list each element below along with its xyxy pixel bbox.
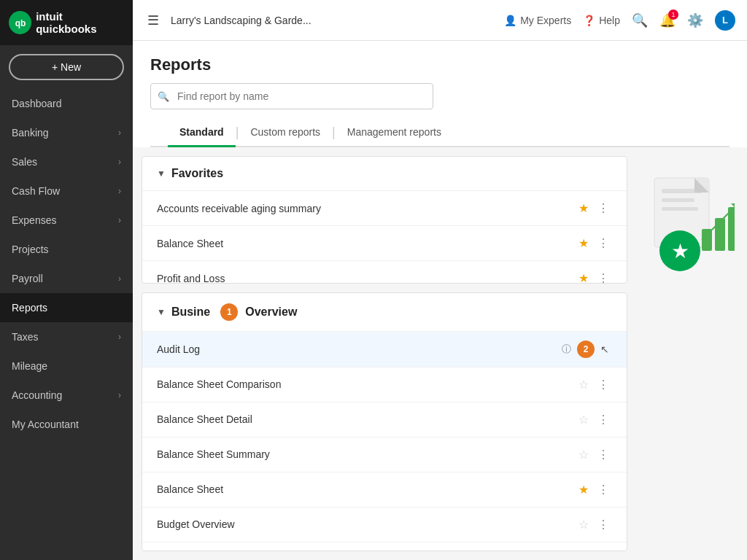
more-options-icon[interactable]: ⋮ (595, 235, 612, 252)
table-row[interactable]: Balance Sheet ★ ⋮ (142, 225, 627, 260)
sidebar-item-accounting[interactable]: Accounting › (0, 381, 133, 410)
person-icon: 👤 (504, 15, 516, 26)
table-row[interactable]: Budget vs. Actuals ☆ ⋮ (142, 542, 627, 551)
report-name: Balance Sheet (157, 483, 578, 495)
logo-text: intuit quickbooks (36, 10, 124, 35)
star-empty-icon[interactable]: ☆ (578, 378, 589, 392)
help-button[interactable]: ❓ Help (583, 15, 620, 26)
star-empty-icon[interactable]: ☆ (578, 518, 589, 532)
reports-illustration: ★ (640, 171, 735, 280)
search-icon[interactable]: 🔍 (632, 12, 648, 28)
sidebar-item-banking[interactable]: Banking › (0, 118, 133, 147)
notifications-icon[interactable]: 🔔 1 (659, 12, 676, 28)
sidebar-item-projects[interactable]: Projects (0, 235, 133, 264)
more-options-icon[interactable]: ⋮ (595, 200, 612, 217)
report-name: Balance Sheet Comparison (157, 378, 578, 390)
table-row[interactable]: Budget Overview ☆ ⋮ (142, 507, 627, 542)
star-empty-icon[interactable]: ☆ (578, 413, 589, 427)
table-row[interactable]: Balance Sheet ★ ⋮ (142, 472, 627, 507)
svg-rect-11 (715, 218, 725, 251)
star-empty-icon[interactable]: ☆ (578, 448, 589, 462)
star-filled-icon[interactable]: ★ (578, 483, 589, 497)
more-options-icon[interactable]: ⋮ (595, 446, 612, 463)
star-filled-icon[interactable]: ★ (578, 201, 589, 215)
avatar[interactable]: L (715, 10, 735, 31)
sidebar-item-label: Projects (12, 244, 49, 255)
report-name: Balance Sheet Summary (157, 448, 578, 460)
report-name: Audit Log (157, 343, 557, 355)
sidebar-item-my-accountant[interactable]: My Accountant (0, 410, 133, 439)
sidebar-item-label: Expenses (12, 214, 56, 226)
chevron-right-icon: › (118, 128, 121, 138)
table-row[interactable]: Profit and Loss ★ ⋮ (142, 260, 627, 284)
sidebar-item-sales[interactable]: Sales › (0, 147, 133, 176)
business-overview-title-2: Overview (245, 306, 297, 319)
favorites-header[interactable]: ▼ Favorites (142, 157, 627, 190)
more-options-icon[interactable]: ⋮ (595, 376, 612, 393)
settings-icon[interactable]: ⚙️ (687, 12, 703, 28)
page-header: Reports Standard | Custom reports | Mana… (133, 41, 747, 147)
sidebar-item-expenses[interactable]: Expenses › (0, 206, 133, 235)
cursor-icon: ↖ (600, 343, 609, 355)
business-overview-title: Busine (171, 306, 210, 319)
more-options-icon[interactable]: ⋮ (595, 411, 612, 428)
chevron-right-icon: › (118, 215, 121, 225)
logo-icon: qb (9, 11, 31, 34)
svg-text:★: ★ (671, 240, 689, 262)
reports-column: ▼ Favorites Accounts receivable aging su… (142, 156, 627, 551)
tabs: Standard | Custom reports | Management r… (150, 118, 729, 147)
topbar-actions: 👤 My Experts ❓ Help 🔍 🔔 1 ⚙️ L (504, 10, 735, 31)
sidebar-item-label: Payroll (12, 273, 43, 284)
svg-text:qb: qb (15, 18, 26, 28)
star-filled-icon[interactable]: ★ (578, 271, 589, 284)
sidebar-item-cashflow[interactable]: Cash Flow › (0, 176, 133, 206)
info-icon: ⓘ (562, 343, 571, 356)
notification-badge: 1 (668, 9, 678, 20)
sidebar-item-mileage[interactable]: Mileage (0, 351, 133, 381)
report-name: Balance Sheet Detail (157, 413, 578, 425)
business-overview-header[interactable]: ▼ Busine 1 Overview (142, 293, 627, 331)
quickbooks-logo: qb intuit quickbooks (9, 10, 124, 35)
sidebar-header: qb intuit quickbooks (0, 0, 133, 45)
sidebar-item-dashboard[interactable]: Dashboard (0, 89, 133, 118)
table-row[interactable]: Accounts receivable aging summary ★ ⋮ (142, 190, 627, 225)
table-row[interactable]: Audit Log ⓘ 2 ↖ (142, 331, 627, 367)
sidebar-item-reports[interactable]: Reports (0, 293, 133, 322)
table-row[interactable]: Balance Sheet Detail ☆ ⋮ (142, 402, 627, 437)
favorites-section: ▼ Favorites Accounts receivable aging su… (142, 156, 627, 284)
report-name: Budget Overview (157, 518, 578, 530)
star-filled-icon[interactable]: ★ (578, 236, 589, 250)
sidebar-item-label: Dashboard (12, 98, 62, 109)
sidebar-item-label: Sales (12, 156, 37, 168)
illustration: ★ (636, 156, 738, 551)
sidebar-item-label: Accounting (12, 389, 62, 401)
more-options-icon[interactable]: ⋮ (595, 516, 612, 533)
more-options-icon[interactable]: ⋮ (595, 481, 612, 498)
new-button[interactable]: + New (9, 54, 124, 80)
step-1-bubble: 1 (220, 303, 238, 321)
search-wrapper (150, 83, 433, 109)
company-name: Larry's Landscaping & Garde... (171, 15, 495, 26)
chevron-right-icon: › (118, 157, 121, 167)
sidebar-item-payroll[interactable]: Payroll › (0, 264, 133, 293)
main-content: ☰ Larry's Landscaping & Garde... 👤 My Ex… (133, 0, 747, 560)
table-row[interactable]: Balance Sheet Summary ☆ ⋮ (142, 437, 627, 472)
sidebar-item-label: Banking (12, 127, 49, 139)
tab-custom-reports[interactable]: Custom reports (239, 119, 332, 147)
search-input[interactable] (150, 83, 433, 109)
table-row[interactable]: Balance Sheet Comparison ☆ ⋮ (142, 367, 627, 402)
business-overview-section: ▼ Busine 1 Overview Audit Log ⓘ 2 ↖ Bala… (142, 292, 627, 551)
tab-management-reports[interactable]: Management reports (336, 119, 453, 147)
sidebar-item-label: My Accountant (12, 419, 79, 430)
topbar: ☰ Larry's Landscaping & Garde... 👤 My Ex… (133, 0, 747, 41)
tab-standard[interactable]: Standard (168, 119, 236, 147)
help-label: Help (599, 15, 620, 26)
chevron-right-icon: › (118, 186, 121, 196)
my-experts-button[interactable]: 👤 My Experts (504, 15, 571, 26)
menu-icon[interactable]: ☰ (144, 9, 162, 31)
more-options-icon[interactable]: ⋮ (595, 270, 612, 284)
my-experts-label: My Experts (520, 15, 571, 26)
sidebar-item-taxes[interactable]: Taxes › (0, 322, 133, 351)
sidebar-item-label: Mileage (12, 360, 47, 372)
report-name: Accounts receivable aging summary (157, 203, 578, 214)
